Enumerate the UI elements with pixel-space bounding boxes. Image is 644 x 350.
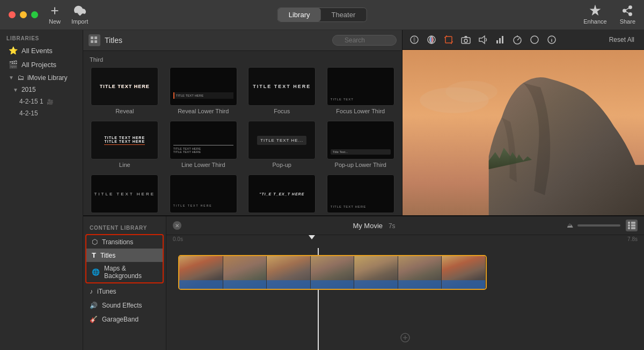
title-card-line[interactable]: TITLE TEXT HERE TITLE TEXT HERE Line xyxy=(85,118,164,171)
circle-tool-button[interactable] xyxy=(528,33,541,46)
title-card-prism-lower[interactable]: TITLE TEXT HERE Prism Lower Third xyxy=(321,171,400,215)
title-card-focus-lower[interactable]: Title Text Focus Lower Third xyxy=(321,64,400,118)
title-preview-text: Title Text Here xyxy=(253,84,311,89)
add-audio-button[interactable] xyxy=(400,332,411,345)
sidebar-item-itunes[interactable]: ♪ iTunes xyxy=(83,285,166,298)
title-card-reveal-lower[interactable]: Title Text Here Reveal Lower Third xyxy=(164,64,243,118)
svg-line-6 xyxy=(626,11,629,13)
sidebar-item-garageband[interactable]: 🎸 GarageBand xyxy=(83,312,166,326)
video-frame-2 xyxy=(223,256,267,289)
title-card-line-lower[interactable]: TITLE TEXT HERE TITLE TEXT HERE Line Low… xyxy=(164,118,243,171)
sidebar-item-transitions[interactable]: ⬡ Transitions xyxy=(86,235,163,249)
title-thumbnail-reveal-lower: Title Text Here xyxy=(170,67,237,106)
theater-tab[interactable]: Theater xyxy=(320,8,366,21)
toolbar-buttons: New Import xyxy=(49,5,88,25)
title-thumbnail-focus: Title Text Here xyxy=(248,67,316,106)
balance-tool-button[interactable] xyxy=(408,33,421,46)
video-strip[interactable] xyxy=(178,255,487,290)
content-area: Titles 🔍 Third Title Text Here Reveal xyxy=(83,30,644,350)
sidebar-item-project1[interactable]: 4-2-15 1 🎥 xyxy=(0,96,83,107)
svg-point-3 xyxy=(629,6,632,9)
title-thumbnail-gravity-lower: TITLE TEXT HERE xyxy=(170,174,237,213)
camera-tool-button[interactable] xyxy=(459,33,472,46)
minimize-button[interactable] xyxy=(20,11,27,18)
title-card-gravity[interactable]: TITLE TEXT HERE Gravity xyxy=(85,171,164,215)
grid-timeline-button[interactable] xyxy=(626,220,638,231)
playhead[interactable] xyxy=(311,235,312,248)
close-button[interactable] xyxy=(9,11,16,18)
enhance-button[interactable]: Enhance xyxy=(583,5,606,25)
sidebar-item-label: GarageBand xyxy=(102,316,138,323)
project-label: 4-2-15 1 xyxy=(19,98,43,105)
search-wrapper: 🔍 xyxy=(332,35,397,46)
share-button[interactable]: Share xyxy=(620,5,635,25)
titles-search-input[interactable] xyxy=(332,35,397,46)
timeline-ruler: 0.0s 7.8s xyxy=(166,235,644,248)
title-thumbnail-line: TITLE TEXT HERE TITLE TEXT HERE xyxy=(91,121,158,159)
itunes-icon: ♪ xyxy=(90,288,93,295)
title-card-focus[interactable]: Title Text Here Focus xyxy=(243,64,321,118)
svg-line-27 xyxy=(517,38,519,40)
sidebar-item-project2[interactable]: 4-2-15 xyxy=(0,107,83,119)
titles-header: Titles 🔍 xyxy=(83,30,402,51)
sidebar-item-2015[interactable]: ▼ 2015 xyxy=(0,84,83,96)
sidebar-item-maps[interactable]: 🌐 Maps & Backgrounds xyxy=(86,262,163,282)
garageband-icon: 🎸 xyxy=(90,316,98,323)
fullscreen-button[interactable] xyxy=(31,11,38,18)
svg-rect-41 xyxy=(633,224,635,227)
title-card-popup[interactable]: TITLE TEXT HE... Pop-up xyxy=(243,118,321,171)
svg-rect-14 xyxy=(445,37,452,43)
new-button[interactable]: New xyxy=(49,5,61,25)
sidebar-item-titles[interactable]: T Titles xyxy=(86,249,163,262)
grid-view-button[interactable] xyxy=(89,34,100,46)
sidebar-item-label: Titles xyxy=(100,252,115,259)
title-thumbnail-prism-lower: TITLE TEXT HERE xyxy=(327,174,394,213)
title-card-reveal[interactable]: Title Text Here Reveal xyxy=(85,64,164,118)
sidebar-item-imovie-library[interactable]: ▼ 🗂 iMovie Library xyxy=(0,71,83,84)
title-thumbnail-focus-lower: Title Text xyxy=(327,67,394,106)
svg-rect-24 xyxy=(499,38,501,43)
svg-rect-42 xyxy=(628,227,630,229)
title-thumbnail-popup-lower: Title Text... xyxy=(327,121,394,159)
title-card-prism[interactable]: "TI_E T_EX_T HERE Prism xyxy=(243,171,321,215)
zoom-slider[interactable] xyxy=(577,224,620,227)
info-tool-button[interactable] xyxy=(545,33,558,46)
title-thumbnail-gravity: TITLE TEXT HERE xyxy=(91,174,158,213)
title-card-label: Focus xyxy=(274,108,290,114)
titles-icon: T xyxy=(92,251,96,259)
sidebar-item-all-events[interactable]: ⭐ All Events xyxy=(2,43,80,57)
crop-tool-button[interactable] xyxy=(442,33,455,46)
svg-rect-38 xyxy=(633,222,635,224)
reset-all-button[interactable]: Reset All xyxy=(605,34,639,45)
titles-header-title: Titles xyxy=(105,36,328,45)
sidebar-item-sound-effects[interactable]: 🔊 Sound Effects xyxy=(83,298,166,312)
svg-point-29 xyxy=(531,36,538,43)
title-card-label: Line Lower Third xyxy=(181,162,225,168)
new-label: New xyxy=(49,18,61,25)
sidebar: LIBRARIES ⭐ All Events 🎬 All Projects ▼ … xyxy=(0,30,83,350)
sidebar-item-all-projects[interactable]: 🎬 All Projects xyxy=(2,57,80,71)
library-tab[interactable]: Library xyxy=(278,8,321,21)
sound-icon: 🔊 xyxy=(90,302,98,309)
svg-marker-21 xyxy=(464,36,467,38)
events-icon: ⭐ xyxy=(9,46,17,55)
close-timeline-button[interactable]: ✕ xyxy=(173,221,181,230)
svg-rect-23 xyxy=(496,40,498,43)
import-button[interactable]: Import xyxy=(71,5,88,25)
color-tool-button[interactable] xyxy=(425,33,438,46)
share-label: Share xyxy=(620,18,635,25)
sidebar-item-label: Maps & Backgrounds xyxy=(104,265,157,280)
playhead-triangle xyxy=(309,235,315,239)
svg-point-5 xyxy=(629,13,632,16)
timeline-area: CONTENT LIBRARY ⬡ Transitions T Titles 🌐… xyxy=(83,216,644,350)
video-frame-6 xyxy=(398,256,442,289)
title-card-gravity-lower[interactable]: TITLE TEXT HERE Gravity Lower Third xyxy=(164,171,243,215)
preview-area: Reset All xyxy=(402,30,644,215)
title-card-popup-lower[interactable]: Title Text... Pop-up Lower Third xyxy=(321,118,400,171)
preview-svg xyxy=(402,50,644,215)
audio-tool-button[interactable] xyxy=(477,33,489,46)
bar-chart-icon[interactable] xyxy=(494,33,507,46)
timeline-header: ✕ My Movie 7s ⛰ xyxy=(166,216,644,235)
speed-tool-button[interactable] xyxy=(511,33,524,46)
svg-rect-37 xyxy=(631,222,633,224)
